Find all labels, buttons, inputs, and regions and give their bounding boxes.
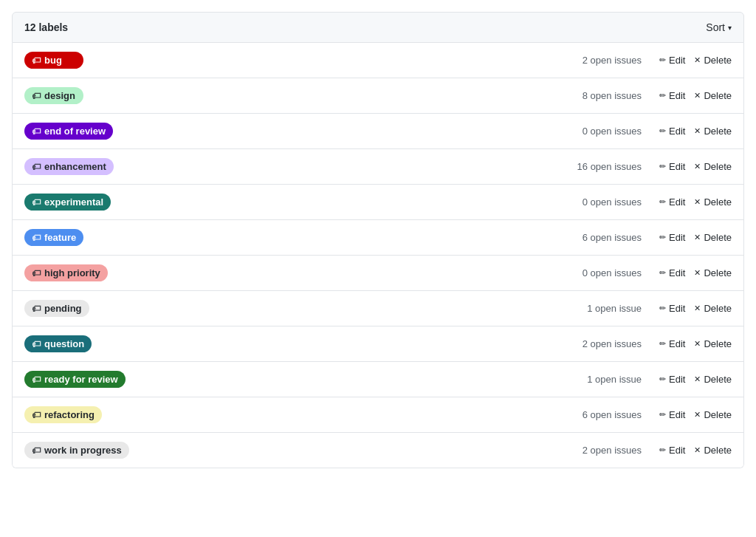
delete-button[interactable]: ✕ Delete <box>694 90 732 101</box>
x-icon: ✕ <box>694 445 701 455</box>
delete-label: Delete <box>704 196 732 208</box>
label-issue-count: 1 open issue <box>553 374 642 385</box>
delete-button[interactable]: ✕ Delete <box>694 126 732 137</box>
label-actions: ✏ Edit ✕ Delete <box>659 303 732 314</box>
tag-icon: 🏷 <box>32 339 41 349</box>
edit-button[interactable]: ✏ Edit <box>659 409 685 420</box>
edit-button[interactable]: ✏ Edit <box>659 267 685 278</box>
label-badge-feature: 🏷 feature <box>24 229 83 246</box>
delete-button[interactable]: ✕ Delete <box>694 161 732 172</box>
label-badge-end-of-review: 🏷 end of review <box>24 123 113 140</box>
x-icon: ✕ <box>694 91 701 100</box>
delete-button[interactable]: ✕ Delete <box>694 303 732 314</box>
tag-icon: 🏷 <box>32 374 41 385</box>
label-row: 🏷 pending 1 open issue ✏ Edit ✕ Delete <box>13 290 743 326</box>
x-icon: ✕ <box>694 233 701 242</box>
edit-label: Edit <box>669 303 685 314</box>
edit-button[interactable]: ✏ Edit <box>659 55 685 66</box>
pencil-icon: ✏ <box>659 162 666 171</box>
delete-label: Delete <box>704 338 732 349</box>
label-row: 🏷 work in progress 2 open issues ✏ Edit … <box>13 432 743 468</box>
edit-button[interactable]: ✏ Edit <box>659 196 685 208</box>
label-row: 🏷 high priority 0 open issues ✏ Edit ✕ D… <box>13 255 743 290</box>
delete-button[interactable]: ✕ Delete <box>694 196 732 208</box>
label-actions: ✏ Edit ✕ Delete <box>659 267 732 278</box>
label-text: high priority <box>44 267 100 278</box>
pencil-icon: ✏ <box>659 91 666 100</box>
delete-button[interactable]: ✕ Delete <box>694 267 732 278</box>
edit-button[interactable]: ✏ Edit <box>659 232 685 243</box>
label-text: ready for review <box>44 374 118 385</box>
tag-icon: 🏷 <box>32 410 41 420</box>
delete-button[interactable]: ✕ Delete <box>694 338 732 349</box>
edit-label: Edit <box>669 267 685 278</box>
label-text: bug <box>44 55 62 66</box>
label-badge-refactoring: 🏷 refactoring <box>24 406 102 423</box>
edit-label: Edit <box>669 90 685 101</box>
edit-button[interactable]: ✏ Edit <box>659 374 685 385</box>
edit-label: Edit <box>669 445 685 456</box>
tag-icon: 🏷 <box>32 162 41 172</box>
label-issue-count: 0 open issues <box>553 196 642 208</box>
edit-button[interactable]: ✏ Edit <box>659 161 685 172</box>
label-badge-ready-for-review: 🏷 ready for review <box>24 371 126 388</box>
x-icon: ✕ <box>694 197 701 207</box>
edit-button[interactable]: ✏ Edit <box>659 338 685 349</box>
label-text: end of review <box>44 126 106 137</box>
label-badge-bug: 🏷 bug <box>24 52 83 69</box>
edit-label: Edit <box>669 196 685 208</box>
label-actions: ✏ Edit ✕ Delete <box>659 161 732 172</box>
pencil-icon: ✏ <box>659 374 666 384</box>
tag-icon: 🏷 <box>32 233 41 243</box>
delete-button[interactable]: ✕ Delete <box>694 409 732 420</box>
label-actions: ✏ Edit ✕ Delete <box>659 338 732 349</box>
delete-button[interactable]: ✕ Delete <box>694 374 732 385</box>
delete-label: Delete <box>704 374 732 385</box>
label-issue-count: 0 open issues <box>553 267 642 278</box>
label-row: 🏷 question 2 open issues ✏ Edit ✕ Delete <box>13 326 743 361</box>
label-text: refactoring <box>44 409 94 420</box>
tag-icon: 🏷 <box>32 304 41 314</box>
label-badge-design: 🏷 design <box>24 87 83 104</box>
pencil-icon: ✏ <box>659 268 666 278</box>
label-actions: ✏ Edit ✕ Delete <box>659 445 732 456</box>
label-text: design <box>44 90 75 101</box>
label-badge-pending: 🏷 pending <box>24 300 89 317</box>
edit-label: Edit <box>669 55 685 66</box>
edit-label: Edit <box>669 374 685 385</box>
delete-button[interactable]: ✕ Delete <box>694 55 732 66</box>
delete-button[interactable]: ✕ Delete <box>694 232 732 243</box>
delete-label: Delete <box>704 445 732 456</box>
label-actions: ✏ Edit ✕ Delete <box>659 90 732 101</box>
label-badge-experimental: 🏷 experimental <box>24 194 111 211</box>
edit-label: Edit <box>669 161 685 172</box>
label-text: pending <box>44 303 82 314</box>
label-badge-work-in-progress: 🏷 work in progress <box>24 442 129 459</box>
edit-button[interactable]: ✏ Edit <box>659 445 685 456</box>
x-icon: ✕ <box>694 268 701 278</box>
label-row: 🏷 bug 2 open issues ✏ Edit ✕ Delete <box>13 43 743 78</box>
delete-label: Delete <box>704 90 732 101</box>
label-row: 🏷 feature 6 open issues ✏ Edit ✕ Delete <box>13 219 743 255</box>
pencil-icon: ✏ <box>659 126 666 136</box>
label-issue-count: 16 open issues <box>553 161 642 172</box>
tag-icon: 🏷 <box>32 197 41 208</box>
sort-button[interactable]: Sort ▾ <box>706 21 732 33</box>
label-text: question <box>44 338 84 349</box>
tag-icon: 🏷 <box>32 445 41 456</box>
label-row: 🏷 experimental 0 open issues ✏ Edit ✕ De… <box>13 184 743 219</box>
x-icon: ✕ <box>694 304 701 313</box>
delete-button[interactable]: ✕ Delete <box>694 445 732 456</box>
edit-button[interactable]: ✏ Edit <box>659 126 685 137</box>
edit-label: Edit <box>669 232 685 243</box>
label-actions: ✏ Edit ✕ Delete <box>659 126 732 137</box>
label-actions: ✏ Edit ✕ Delete <box>659 232 732 243</box>
tag-icon: 🏷 <box>32 55 41 66</box>
edit-label: Edit <box>669 126 685 137</box>
edit-label: Edit <box>669 409 685 420</box>
pencil-icon: ✏ <box>659 197 666 207</box>
edit-button[interactable]: ✏ Edit <box>659 90 685 101</box>
pencil-icon: ✏ <box>659 55 666 65</box>
delete-label: Delete <box>704 126 732 137</box>
edit-button[interactable]: ✏ Edit <box>659 303 685 314</box>
